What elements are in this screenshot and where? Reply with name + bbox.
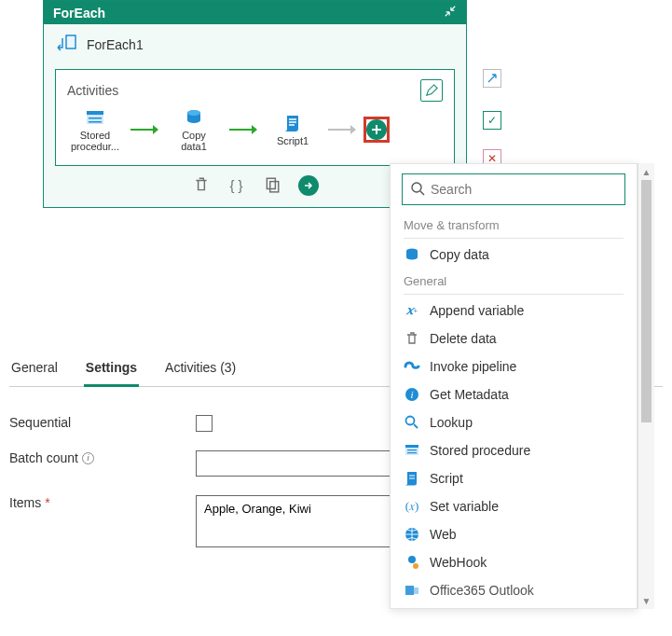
validate-side-button[interactable]: ✓ (483, 111, 501, 130)
menu-script[interactable]: Script (391, 464, 637, 492)
menu-lookup[interactable]: Lookup (391, 408, 637, 436)
arrow-icon (328, 121, 356, 138)
menu-item-label: Get Metadata (430, 387, 509, 402)
menu-item-label: Copy data (430, 247, 489, 262)
script-icon (282, 113, 303, 133)
popup-scrollbar[interactable]: ▲ ▼ (638, 163, 654, 609)
copy-data-icon (404, 246, 420, 263)
section-move-transform: Move & transform (391, 213, 637, 236)
web-icon (404, 526, 420, 543)
activity-label: Stored procedur... (71, 130, 119, 152)
svg-rect-4 (89, 118, 102, 119)
foreach-header[interactable]: ForEach (44, 1, 466, 24)
svg-rect-23 (405, 445, 418, 448)
tab-general[interactable]: General (9, 354, 60, 387)
svg-point-28 (408, 556, 416, 563)
menu-get-metadata[interactable]: i Get Metadata (391, 380, 637, 408)
svg-marker-11 (252, 125, 257, 134)
foreach-name[interactable]: ForEach1 (87, 37, 144, 52)
edit-activities-button[interactable] (420, 79, 443, 102)
add-activity-button[interactable] (363, 117, 390, 143)
menu-invoke-pipeline[interactable]: Invoke pipeline (391, 353, 637, 380)
arrow-icon (229, 121, 257, 138)
menu-webhook[interactable]: WebHook (391, 548, 637, 576)
pipeline-icon (404, 358, 420, 375)
plus-icon (366, 119, 387, 140)
expand-side-button[interactable] (483, 69, 501, 88)
search-box[interactable] (402, 173, 625, 205)
svg-point-21 (406, 417, 415, 425)
menu-copy-data[interactable]: Copy data (391, 241, 637, 269)
svg-point-29 (413, 563, 418, 569)
search-input[interactable] (431, 182, 617, 197)
tab-settings[interactable]: Settings (84, 354, 139, 387)
svg-point-16 (412, 183, 421, 192)
script-icon (404, 470, 420, 487)
scroll-up-icon[interactable]: ▲ (638, 163, 654, 180)
activity-label: Script1 (277, 135, 309, 146)
required-asterisk: * (45, 495, 49, 510)
menu-append-variable[interactable]: 𝑥+ Append variable (391, 297, 637, 325)
append-variable-icon: 𝑥+ (404, 302, 420, 319)
svg-rect-14 (267, 178, 275, 188)
stored-proc-icon (404, 442, 420, 459)
tab-activities[interactable]: Activities (3) (163, 354, 238, 387)
menu-web[interactable]: Web (391, 520, 637, 548)
svg-rect-24 (405, 448, 418, 455)
menu-item-label: Append variable (430, 303, 524, 318)
menu-item-label: Web (430, 527, 457, 542)
search-icon (410, 181, 425, 199)
svg-marker-7 (153, 125, 158, 134)
activities-box: Activities Stored procedur... C (55, 69, 455, 166)
scroll-thumb[interactable] (641, 180, 651, 422)
foreach-header-title: ForEach (53, 6, 105, 21)
activities-label: Activities (67, 83, 118, 98)
svg-rect-25 (407, 449, 417, 450)
menu-set-variable[interactable]: (𝑥) Set variable (391, 492, 637, 520)
svg-rect-15 (269, 182, 278, 192)
scroll-down-icon[interactable]: ▼ (638, 592, 654, 609)
sequential-label: Sequential (9, 415, 196, 430)
webhook-icon (404, 554, 420, 571)
copy-button[interactable] (263, 175, 281, 194)
delete-button[interactable] (192, 175, 211, 194)
activity-copy-data[interactable]: Copy data1 (166, 107, 222, 152)
info-icon[interactable]: i (82, 452, 94, 464)
stored-proc-icon (85, 107, 105, 128)
lookup-icon (404, 414, 420, 431)
menu-stored-procedure[interactable]: Stored procedure (391, 436, 637, 464)
trash-icon (404, 330, 420, 347)
menu-item-label: Lookup (430, 415, 473, 430)
menu-item-label: Script (430, 471, 463, 486)
menu-item-label: WebHook (430, 555, 487, 570)
menu-item-label: Office365 Outlook (430, 583, 534, 598)
copy-data-icon (184, 107, 204, 128)
svg-rect-31 (414, 588, 418, 594)
menu-delete-data[interactable]: Delete data (391, 325, 637, 353)
menu-item-label: Stored procedure (430, 443, 530, 458)
foreach-name-row: ForEach1 (55, 34, 455, 56)
svg-line-22 (414, 424, 418, 428)
activity-stored-procedure[interactable]: Stored procedur... (67, 107, 123, 152)
code-button[interactable]: { } (227, 175, 246, 194)
svg-text:i: i (410, 389, 413, 400)
foreach-icon (55, 34, 77, 56)
activity-script[interactable]: Script1 (265, 113, 321, 146)
set-variable-icon: (𝑥) (404, 498, 420, 515)
activity-label: Copy data1 (181, 130, 207, 152)
section-general: General (391, 269, 637, 292)
outlook-icon (404, 582, 420, 599)
menu-office365[interactable]: Office365 Outlook (391, 576, 637, 604)
svg-rect-5 (89, 121, 102, 123)
collapse-icon[interactable] (444, 5, 457, 21)
arrow-icon (130, 121, 158, 138)
svg-rect-30 (405, 586, 414, 595)
menu-item-label: Invoke pipeline (430, 359, 516, 374)
svg-line-17 (420, 191, 424, 195)
svg-rect-26 (407, 452, 417, 453)
sequential-checkbox[interactable] (196, 415, 213, 432)
svg-rect-2 (87, 111, 103, 115)
run-button[interactable] (298, 175, 319, 196)
svg-rect-1 (67, 36, 75, 48)
menu-item-label: Set variable (430, 499, 499, 514)
